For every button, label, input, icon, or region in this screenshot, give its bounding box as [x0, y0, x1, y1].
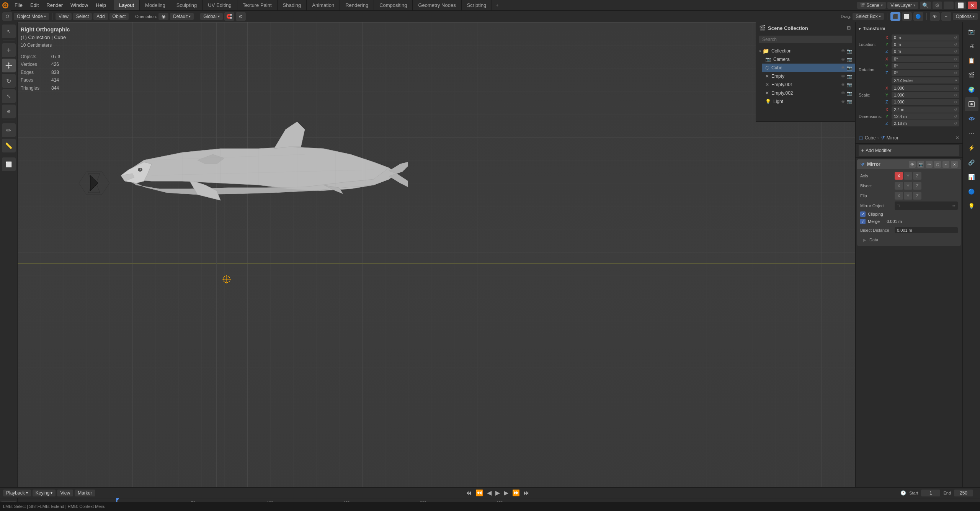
menu-render[interactable]: Render: [42, 0, 67, 10]
orientation-dropdown[interactable]: Default: [170, 13, 194, 20]
props-particles[interactable]: ⋯: [965, 126, 978, 140]
jump-next-key-btn[interactable]: ⏩: [511, 489, 521, 496]
object-mode-btn[interactable]: Object Mode: [14, 13, 49, 20]
axis-y-btn[interactable]: Y: [904, 172, 912, 180]
mod-expand-btn[interactable]: ▾: [942, 161, 949, 168]
tree-visibility-btn-light[interactable]: 👁: [841, 99, 845, 104]
viewport-shading-material[interactable]: ⬜: [902, 12, 912, 21]
location-x-reset[interactable]: ↺: [954, 36, 957, 40]
menu-window[interactable]: Window: [67, 0, 92, 10]
props-modifier[interactable]: [965, 112, 978, 126]
tool-move[interactable]: [2, 59, 16, 72]
bisect-x-btn[interactable]: X: [895, 182, 903, 190]
view-menu-btn[interactable]: View: [56, 13, 72, 20]
dimensions-y-value[interactable]: 12.4 m ↺: [892, 113, 959, 120]
tree-item-empty001[interactable]: ✕ Empty.001 👁 📷: [762, 80, 855, 89]
props-object[interactable]: [965, 97, 978, 111]
props-output[interactable]: 🖨: [965, 39, 978, 53]
tree-item-light[interactable]: 💡 Light 👁 📷: [762, 97, 855, 106]
tree-visibility-btn-cube[interactable]: 👁: [841, 66, 845, 70]
scale-z-value[interactable]: 1.000 ↺: [892, 99, 959, 105]
jump-prev-key-btn[interactable]: ⏪: [474, 489, 484, 496]
scene-selector[interactable]: 🎬 Scene ▾: [857, 2, 886, 9]
location-z-reset[interactable]: ↺: [954, 49, 957, 54]
location-x-value[interactable]: 0 m ↺: [892, 34, 959, 41]
mirror-object-picker[interactable]: □ ✏: [895, 201, 958, 210]
viewlayer-selector[interactable]: ViewLayer ▾: [887, 2, 918, 9]
add-menu-btn[interactable]: Add: [93, 13, 108, 20]
rotation-mode-select[interactable]: XYZ Euler ▾: [892, 77, 959, 84]
axis-z-btn[interactable]: Z: [913, 172, 921, 180]
dimensions-x-value[interactable]: 2.4 m ↺: [892, 106, 959, 113]
props-physics[interactable]: ⚡: [965, 141, 978, 155]
rotation-x-value[interactable]: 0° ↺: [892, 56, 959, 62]
maximize-button[interactable]: ⬜: [955, 2, 966, 9]
tree-render-btn-collection[interactable]: 📷: [847, 49, 852, 54]
step-prev-btn[interactable]: ◀: [486, 489, 493, 496]
scene-search-input[interactable]: [759, 36, 852, 43]
minimize-button[interactable]: —: [944, 2, 954, 9]
clipping-checkbox[interactable]: ✓: [860, 211, 866, 217]
tool-cursor[interactable]: ✛: [2, 43, 16, 57]
playback-btn[interactable]: Playback: [3, 490, 31, 496]
rotation-y-value[interactable]: 0° ↺: [892, 63, 959, 69]
bisect-y-btn[interactable]: Y: [904, 182, 912, 190]
play-btn[interactable]: ▶: [494, 489, 501, 496]
keying-btn[interactable]: Keying: [33, 490, 56, 496]
tree-render-btn-camera[interactable]: 📷: [847, 57, 852, 62]
props-view-layer[interactable]: 📋: [965, 54, 978, 67]
breadcrumb-close[interactable]: ✕: [956, 135, 959, 141]
props-material[interactable]: 🔵: [965, 185, 978, 198]
global-dropdown[interactable]: Global: [200, 13, 223, 20]
axis-x-btn[interactable]: X: [895, 172, 903, 180]
gizmos-btn[interactable]: ⌖: [941, 12, 951, 21]
tool-rotate[interactable]: ↻: [2, 74, 16, 88]
breadcrumb-mirror[interactable]: Mirror: [887, 135, 898, 141]
props-data[interactable]: 📊: [965, 170, 978, 184]
menu-edit[interactable]: Edit: [26, 0, 42, 10]
scale-y-value[interactable]: 1.000 ↺: [892, 92, 959, 98]
tree-render-btn-empty002[interactable]: 📷: [847, 91, 852, 96]
merge-value[interactable]: 0.001 m: [884, 218, 958, 224]
mod-close-btn[interactable]: ✕: [951, 161, 958, 168]
tool-select[interactable]: ↖: [2, 25, 16, 38]
drag-dropdown[interactable]: Select Box: [853, 13, 884, 20]
jump-end-btn[interactable]: ⏭: [523, 490, 531, 496]
tab-scripting[interactable]: Scripting: [462, 0, 492, 10]
tree-item-empty002[interactable]: ✕ Empty.002 👁 📷: [762, 89, 855, 97]
tree-render-btn-light[interactable]: 📷: [847, 99, 852, 104]
tree-visibility-btn-empty[interactable]: 👁: [841, 74, 845, 79]
select-menu-btn[interactable]: Select: [73, 13, 92, 20]
mode-icon[interactable]: ⬡: [2, 12, 12, 21]
tool-annotate[interactable]: ✏: [2, 123, 16, 137]
snap-icon[interactable]: 🧲: [224, 12, 234, 21]
overlays-btn[interactable]: 👁: [930, 12, 940, 21]
mod-render-btn[interactable]: 📷: [917, 161, 924, 168]
menu-file[interactable]: File: [11, 0, 26, 10]
location-z-value[interactable]: 0 m ↺: [892, 48, 959, 54]
flip-y-btn[interactable]: Y: [904, 192, 912, 200]
tree-visibility-btn-camera[interactable]: 👁: [841, 57, 845, 62]
tab-rendering[interactable]: Rendering: [340, 0, 374, 10]
tree-render-btn-empty[interactable]: 📷: [847, 74, 852, 79]
object-menu-btn[interactable]: Object: [109, 13, 129, 20]
bisect-distance-value[interactable]: 0.001 m: [895, 227, 958, 233]
jump-start-btn[interactable]: ⏮: [464, 490, 473, 496]
merge-checkbox[interactable]: ✓: [860, 219, 866, 224]
breadcrumb-cube[interactable]: Cube: [865, 135, 876, 141]
options-btn[interactable]: Options: [953, 13, 978, 20]
mod-edit-btn[interactable]: ✏: [926, 161, 933, 168]
flip-z-btn[interactable]: Z: [913, 192, 921, 200]
tab-add[interactable]: +: [492, 3, 502, 8]
props-world[interactable]: 🌍: [965, 83, 978, 97]
settings-button[interactable]: ⚙: [933, 2, 942, 9]
mod-data-section[interactable]: ▶ Data: [860, 236, 958, 244]
location-y-reset[interactable]: ↺: [954, 43, 957, 47]
rotation-z-value[interactable]: 0° ↺: [892, 70, 959, 76]
search-button[interactable]: 🔍: [920, 2, 931, 9]
tab-shading[interactable]: Shading: [278, 0, 307, 10]
tree-item-camera[interactable]: 📷 Camera 👁 📷: [762, 55, 855, 64]
tool-transform[interactable]: ⊕: [2, 105, 16, 118]
tab-modeling[interactable]: Modeling: [140, 0, 171, 10]
end-frame-input[interactable]: 250: [954, 490, 973, 496]
